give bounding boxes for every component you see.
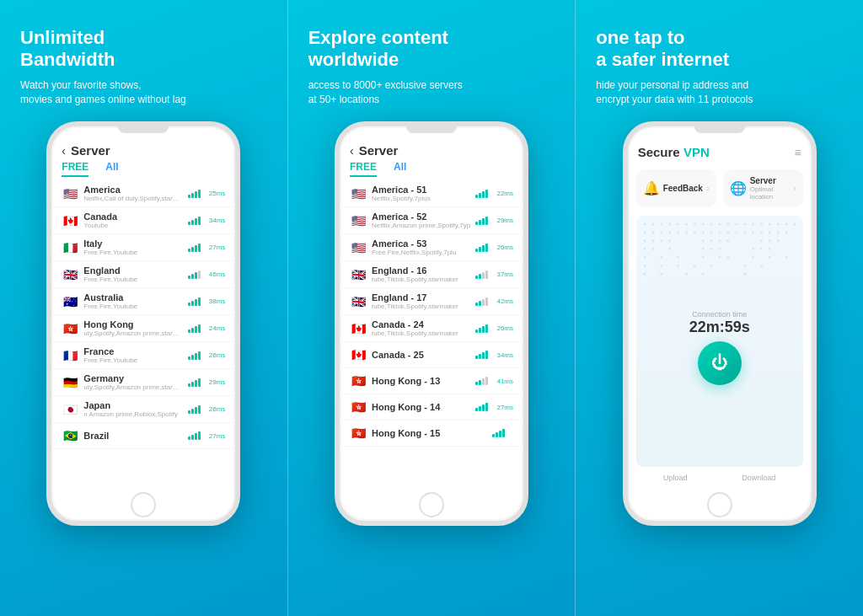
flag-us: 🇺🇸	[62, 185, 78, 202]
svg-point-53	[718, 248, 721, 250]
svg-point-22	[668, 232, 671, 234]
server-card[interactable]: 🌐 Server Optimal location ›	[723, 169, 803, 207]
svg-point-50	[668, 248, 671, 250]
server-ms: 37ms	[496, 271, 513, 278]
server-apps: Free Fire,Netflix,Spotify,7plu	[372, 249, 470, 256]
flag-hk: 🇭🇰	[350, 425, 367, 442]
list-item[interactable]: 🇯🇵 Japan n Amazon prime,Roblox,Spotify 2…	[51, 396, 235, 423]
vpn-header: Secure VPN ≡	[628, 137, 812, 164]
svg-point-0	[643, 223, 646, 226]
svg-point-3	[668, 223, 671, 226]
bell-icon: 🔔	[643, 180, 660, 196]
signal-icon	[188, 351, 201, 360]
server-info: America Netflix,Call of duty,Spotify,sta…	[83, 185, 182, 202]
panel-safer-internet: one tap toa safer internet hide your per…	[576, 0, 863, 616]
list-item[interactable]: 🇫🇷 France Free Fire,Youtube 26ms	[51, 342, 235, 369]
flag-gb: 🇬🇧	[350, 266, 367, 283]
list-item[interactable]: 🇭🇰 Hong Kong - 15	[340, 420, 523, 447]
list-item[interactable]: 🇬🇧 England - 17 tube,Tiktok,Spotify,star…	[340, 288, 523, 315]
list-item[interactable]: 🇦🇺 Australia Free Fire,Youtube 38ms	[51, 288, 235, 315]
server-ms: 46ms	[209, 271, 226, 278]
list-item[interactable]: 🇮🇹 Italy Free Fire,Youtube 27ms	[51, 234, 235, 261]
svg-point-32	[752, 232, 754, 234]
feedback-card[interactable]: 🔔 FeedBack ›	[636, 169, 716, 207]
home-button-3[interactable]	[707, 492, 732, 517]
svg-point-45	[760, 240, 763, 243]
home-button-2[interactable]	[419, 492, 444, 517]
server-name: Canada - 25	[372, 350, 470, 360]
signal-icon	[188, 190, 201, 198]
signal-icon	[492, 429, 505, 437]
svg-point-24	[685, 232, 688, 234]
menu-icon[interactable]: ≡	[795, 146, 801, 159]
server-list-2: 🇺🇸 America - 51 Netflix,Spotify,7plus 22…	[340, 180, 523, 489]
tab-free-1[interactable]: FREE	[62, 161, 88, 177]
download-stat: Download	[742, 474, 775, 482]
server-card-label: Server	[750, 176, 791, 185]
signal-icon	[188, 405, 201, 414]
flag-gb: 🇬🇧	[350, 293, 367, 310]
signal-icon	[188, 431, 201, 440]
list-item[interactable]: 🇨🇦 Canada - 24 tube,Tiktok,Spotify,starm…	[340, 315, 523, 342]
svg-point-46	[769, 240, 771, 243]
list-item[interactable]: 🇭🇰 Hong Kong - 14 27ms	[340, 394, 523, 420]
list-item[interactable]: 🇺🇸 America - 51 Netflix,Spotify,7plus 22…	[340, 180, 523, 207]
server-apps: Netflix,Amazon prime,Spotify,7yp	[372, 222, 470, 229]
signal-icon	[475, 324, 488, 333]
home-button-1[interactable]	[131, 492, 156, 517]
server-name: Hong Kong	[83, 319, 182, 329]
list-item[interactable]: 🇭🇰 Hong Kong uty,Spotify,Amazon prime,st…	[51, 315, 235, 342]
list-item[interactable]: 🇧🇷 Brazil 27ms	[51, 423, 235, 449]
svg-point-75	[685, 273, 688, 276]
vpn-cards: 🔔 FeedBack › 🌐 Server Optimal location ›	[628, 164, 812, 212]
server-apps: Free Fire,Youtube	[83, 276, 182, 283]
flag-hk: 🇭🇰	[350, 399, 367, 415]
signal-icon	[188, 324, 201, 333]
svg-point-52	[710, 248, 712, 250]
flag-au: 🇦🇺	[62, 293, 78, 310]
svg-point-67	[660, 265, 662, 267]
svg-point-60	[701, 256, 704, 259]
server-name: America	[83, 185, 182, 195]
tab-all-2[interactable]: All	[394, 161, 406, 177]
server-tabs-1: FREE All	[51, 161, 235, 177]
server-info: Italy Free Fire,Youtube	[83, 238, 182, 256]
svg-point-2	[660, 223, 662, 226]
svg-point-30	[735, 232, 737, 234]
list-item[interactable]: 🇬🇧 England Free Fire,Youtube 46ms	[51, 261, 235, 288]
list-item[interactable]: 🇩🇪 Germany uty,Spotify,Amazon prime,star…	[51, 369, 235, 396]
tab-all-1[interactable]: All	[105, 161, 118, 177]
svg-point-38	[651, 240, 654, 243]
flag-us: 🇺🇸	[350, 212, 367, 229]
list-item[interactable]: 🇺🇸 America - 52 Netflix,Amazon prime,Spo…	[340, 207, 523, 234]
svg-point-51	[701, 248, 704, 250]
signal-icon	[475, 271, 488, 279]
list-item[interactable]: 🇺🇸 America Netflix,Call of duty,Spotify,…	[51, 180, 235, 207]
svg-point-8	[710, 223, 712, 226]
svg-point-31	[743, 232, 746, 234]
list-item[interactable]: 🇬🇧 England - 16 tube,Tiktok,Spotify,star…	[340, 261, 523, 288]
server-info: England - 17 tube,Tiktok,Spotify,starmak…	[372, 292, 470, 310]
back-icon: ‹	[62, 144, 66, 158]
server-name: America - 52	[372, 212, 470, 222]
connection-info: Connection time 22m:59s	[689, 310, 750, 336]
svg-point-29	[726, 232, 729, 234]
flag-hk: 🇭🇰	[62, 320, 78, 337]
list-item[interactable]: 🇨🇦 Canada - 25 34ms	[340, 342, 523, 368]
svg-point-69	[693, 265, 695, 267]
panel-3-title: one tap toa safer internet	[596, 27, 729, 72]
panel-1-title: UnlimitedBandwidth	[20, 27, 115, 72]
svg-point-33	[760, 232, 763, 234]
server-title-2: Server	[359, 143, 399, 158]
server-tabs-2: FREE All	[340, 161, 523, 177]
power-button[interactable]: ⏻	[698, 341, 742, 385]
list-item[interactable]: 🇭🇰 Hong Kong - 13 41ms	[340, 368, 523, 394]
tab-free-2[interactable]: FREE	[350, 161, 377, 177]
server-info: Canada - 24 tube,Tiktok,Spotify,starmake…	[372, 319, 470, 337]
svg-point-21	[660, 232, 662, 234]
server-title-1: Server	[71, 143, 110, 158]
list-item[interactable]: 🇨🇦 Canada Youtube 34ms	[51, 207, 235, 234]
globe-icon: 🌐	[730, 180, 747, 196]
svg-point-14	[760, 223, 763, 226]
list-item[interactable]: 🇺🇸 America - 53 Free Fire,Netflix,Spotif…	[340, 234, 523, 261]
